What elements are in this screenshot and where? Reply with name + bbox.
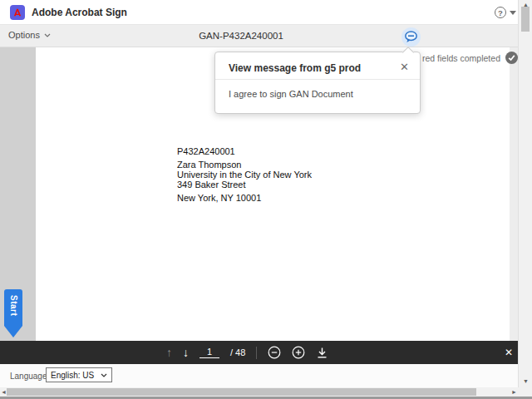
- download-icon: [316, 347, 328, 359]
- start-tab-label: Start: [9, 295, 18, 316]
- vertical-scroll-thumb[interactable]: [521, 7, 530, 32]
- toolbar-close-button[interactable]: ✕: [505, 347, 513, 358]
- check-circle-icon: [505, 52, 518, 64]
- doc-line-name: Zara Thompson: [177, 160, 312, 170]
- popup-divider: [215, 79, 420, 80]
- popup-close-button[interactable]: ✕: [400, 61, 409, 73]
- help-icon: ?: [495, 7, 506, 18]
- horizontal-scroll-thumb[interactable]: [7, 388, 476, 396]
- message-bubble-icon: [404, 31, 418, 44]
- download-button[interactable]: [316, 347, 328, 359]
- language-select[interactable]: English: US: [46, 367, 112, 382]
- options-bar: Options GAN-P432A240001: [0, 25, 518, 47]
- app-header: Adobe Acrobat Sign ?: [0, 0, 518, 25]
- doc-line-organization: University in the City of New York: [177, 170, 312, 180]
- down-arrow-icon: ↓: [183, 346, 189, 359]
- vertical-scrollbar[interactable]: ▲ ▼: [518, 0, 532, 387]
- page-toolbar: ↑ ↓ / 48: [0, 341, 518, 364]
- language-label: Language: [10, 372, 47, 381]
- scroll-left-arrow-icon[interactable]: ◄: [1, 389, 7, 395]
- fields-completed-text: red fields completed: [422, 53, 500, 63]
- scroll-right-arrow-icon[interactable]: ►: [511, 389, 517, 395]
- message-popup: View message from g5 prod ✕ I agree to s…: [214, 52, 421, 114]
- toolbar-close-icon: ✕: [505, 347, 513, 358]
- select-chevron-icon: [101, 373, 107, 377]
- toolbar-items: ↑ ↓ / 48: [166, 341, 328, 364]
- help-caret-icon: [510, 11, 516, 15]
- doc-line-city: New York, NY 10001: [177, 193, 312, 203]
- acrobat-logo-icon: [10, 5, 25, 20]
- scrollbar-corner: [518, 387, 532, 397]
- zoom-out-icon: [268, 346, 281, 359]
- popup-title: View message from g5 prod: [229, 62, 361, 74]
- document-text-block: P432A240001 Zara Thompson University in …: [177, 146, 312, 203]
- previous-page-button[interactable]: ↑: [166, 346, 172, 359]
- footer-bar: Language English: US: [0, 364, 518, 387]
- message-button[interactable]: [401, 27, 421, 47]
- app-title: Adobe Acrobat Sign: [32, 7, 127, 18]
- fields-completed-status: red fields completed: [422, 52, 518, 64]
- toolbar-divider: [256, 347, 257, 359]
- horizontal-scrollbar[interactable]: ◄ ►: [0, 387, 518, 397]
- language-value: English: US: [51, 371, 94, 380]
- help-button[interactable]: ?: [495, 5, 516, 20]
- page-total: / 48: [230, 347, 245, 357]
- doc-line-reference: P432A240001: [177, 146, 312, 156]
- next-page-button[interactable]: ↓: [183, 346, 189, 359]
- scroll-down-arrow-icon[interactable]: ▼: [523, 378, 529, 384]
- doc-line-street: 349 Baker Street: [177, 180, 312, 190]
- zoom-in-icon: [292, 346, 305, 359]
- acrobat-sign-window: Adobe Acrobat Sign ? Options GAN-P432A24…: [0, 0, 532, 399]
- popup-message-text: I agree to sign GAN Document: [229, 89, 353, 99]
- page-number-input[interactable]: [200, 347, 219, 358]
- close-icon: ✕: [400, 61, 409, 73]
- zoom-out-button[interactable]: [268, 346, 281, 359]
- zoom-in-button[interactable]: [292, 346, 305, 359]
- up-arrow-icon: ↑: [166, 346, 172, 359]
